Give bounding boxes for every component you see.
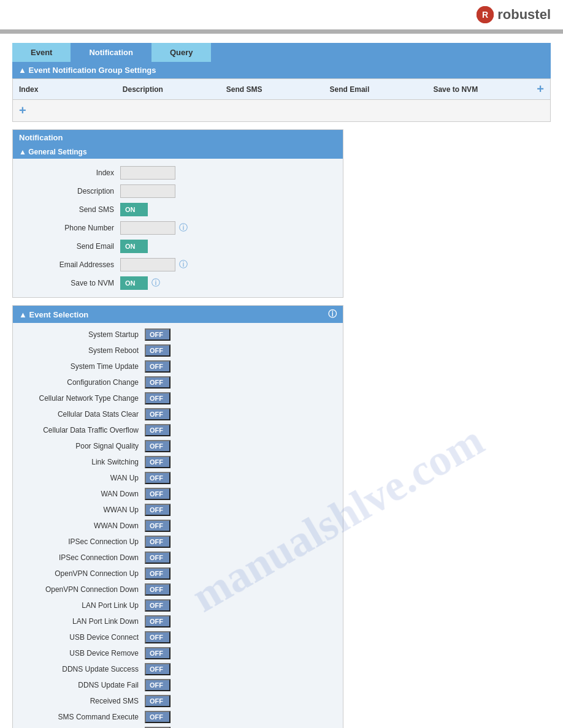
event-label-received_sms: Received SMS	[22, 697, 145, 705]
event-row-ddns_update_fail: DDNS Update FailOFF	[13, 677, 343, 693]
toggle-openvpn_connection_down[interactable]: OFF	[145, 583, 170, 596]
event-arrow: ▲	[19, 310, 27, 319]
event-row-wwan_up: WWAN UpOFF	[13, 502, 343, 518]
tab-query[interactable]: Query	[151, 43, 212, 62]
event-row-usb_device_connect: USB Device ConnectOFF	[13, 629, 343, 645]
event-label-sms_command_execute: SMS Command Execute	[22, 713, 145, 721]
input-email-addresses[interactable]	[120, 258, 175, 271]
field-index: Index	[13, 164, 343, 182]
toggle-system_reboot[interactable]: OFF	[145, 344, 170, 357]
toggle-cellular_data_traffic_overflow[interactable]: OFF	[145, 424, 170, 436]
notification-panel: Notification ▲ General Settings Index De…	[12, 129, 343, 298]
logo-icon: R	[477, 6, 494, 23]
toggle-send-sms[interactable]: ON	[120, 203, 148, 216]
tab-event[interactable]: Event	[12, 43, 71, 62]
table-header: Index Description Send SMS Send Email Sa…	[12, 78, 551, 100]
event-label-configuration_change: Configuration Change	[22, 378, 145, 387]
input-phone-number[interactable]	[120, 221, 175, 235]
label-send-sms: Send SMS	[22, 205, 120, 214]
label-email-addresses: Email Addresses	[22, 260, 120, 269]
logo: R robustel	[477, 6, 551, 23]
toggle-poor_signal_quality[interactable]: OFF	[145, 440, 170, 452]
event-row-received_sms: Received SMSOFF	[13, 693, 343, 709]
event-row-cellular_network_type_change: Cellular Network Type ChangeOFF	[13, 390, 343, 406]
toggle-cellular_network_type_change[interactable]: OFF	[145, 392, 170, 404]
toggle-received_sms[interactable]: OFF	[145, 695, 170, 707]
event-panel: ▲ Event Selection ⓘ System StartupOFFSys…	[12, 305, 343, 728]
toggle-usb_device_remove[interactable]: OFF	[145, 647, 170, 659]
toggle-system_time_update[interactable]: OFF	[145, 360, 170, 373]
add-plus-button[interactable]: +	[19, 104, 26, 117]
help-event-selection-icon[interactable]: ⓘ	[328, 309, 337, 320]
event-row-wan_up: WAN UpOFF	[13, 470, 343, 486]
toggle-ddns_update_success[interactable]: OFF	[145, 663, 170, 675]
toggle-lan_port_link_down[interactable]: OFF	[145, 615, 170, 628]
field-save-to-nvm: Save to NVM ON ⓘ	[13, 274, 343, 292]
top-header: R robustel	[0, 0, 563, 31]
event-row-system_startup: System StartupOFF	[13, 327, 343, 343]
toggle-ipsec_connection_down[interactable]: OFF	[145, 552, 170, 564]
event-label-openvpn_connection_up: OpenVPN Connection Up	[22, 569, 145, 578]
event-label-wan_down: WAN Down	[22, 490, 145, 498]
tab-bar: Event Notification Query	[12, 43, 551, 62]
event-label-lan_port_link_down: LAN Port Link Down	[22, 617, 145, 626]
col-send-sms: Send SMS	[226, 85, 330, 94]
event-row-cellular_data_traffic_overflow: Cellular Data Traffic OverflowOFF	[13, 422, 343, 438]
event-label-cellular_network_type_change: Cellular Network Type Change	[22, 394, 145, 403]
help-email-icon[interactable]: ⓘ	[179, 259, 188, 270]
tab-notification[interactable]: Notification	[71, 43, 151, 62]
input-index[interactable]	[120, 166, 175, 180]
event-row-wwan_down: WWAN DownOFF	[13, 518, 343, 534]
event-title: Event Selection	[29, 310, 89, 319]
event-row-poor_signal_quality: Poor Signal QualityOFF	[13, 438, 343, 454]
toggle-configuration_change[interactable]: OFF	[145, 376, 170, 389]
toggle-usb_device_connect[interactable]: OFF	[145, 631, 170, 643]
toggle-sms_command_execute[interactable]: OFF	[145, 711, 170, 723]
label-phone-number: Phone Number	[22, 224, 120, 232]
field-email-addresses: Email Addresses ⓘ	[13, 256, 343, 274]
label-description: Description	[22, 187, 120, 195]
toggle-wwan_down[interactable]: OFF	[145, 520, 170, 532]
toggle-cellular_data_stats_clear[interactable]: OFF	[145, 408, 170, 420]
event-label-ipsec_connection_up: IPSec Connection Up	[22, 537, 145, 546]
table-add-button[interactable]: +	[537, 82, 544, 96]
event-row-openvpn_connection_down: OpenVPN Connection DownOFF	[13, 582, 343, 597]
event-row-wan_down: WAN DownOFF	[13, 486, 343, 502]
event-label-wwan_down: WWAN Down	[22, 521, 145, 530]
col-description: Description	[123, 85, 226, 94]
event-group-section-header: ▲ Event Notification Group Settings	[12, 62, 551, 78]
toggle-wan_down[interactable]: OFF	[145, 488, 170, 500]
notification-title: Notification	[13, 130, 343, 145]
label-save-to-nvm: Save to NVM	[22, 279, 120, 287]
event-body: System StartupOFFSystem RebootOFFSystem …	[13, 323, 343, 728]
toggle-link_switching[interactable]: OFF	[145, 456, 170, 468]
event-label-ddns_update_success: DDNS Update Success	[22, 665, 145, 673]
event-row-di1_on: DI 1 ONOFF	[13, 725, 343, 728]
help-phone-number-icon[interactable]: ⓘ	[179, 222, 188, 233]
toggle-ipsec_connection_up[interactable]: OFF	[145, 536, 170, 548]
toggle-lan_port_link_up[interactable]: OFF	[145, 599, 170, 612]
add-row: +	[12, 100, 551, 122]
col-index: Index	[19, 85, 123, 94]
event-label-wwan_up: WWAN Up	[22, 506, 145, 514]
input-description[interactable]	[120, 184, 175, 198]
toggle-wwan_up[interactable]: OFF	[145, 504, 170, 516]
toggle-save-to-nvm[interactable]: ON	[120, 276, 148, 290]
toggle-send-email[interactable]: ON	[120, 240, 148, 253]
event-row-lan_port_link_down: LAN Port Link DownOFF	[13, 613, 343, 629]
event-header-title: ▲ Event Selection	[19, 310, 88, 319]
event-row-ipsec_connection_up: IPSec Connection UpOFF	[13, 534, 343, 550]
help-nvm-icon[interactable]: ⓘ	[151, 278, 160, 289]
event-label-lan_port_link_up: LAN Port Link Up	[22, 601, 145, 610]
label-send-email: Send Email	[22, 242, 120, 251]
toggle-ddns_update_fail[interactable]: OFF	[145, 679, 170, 691]
label-index: Index	[22, 169, 120, 177]
settings-body: Index Description Send SMS ON Phone Numb…	[13, 159, 343, 297]
toggle-wan_up[interactable]: OFF	[145, 472, 170, 484]
event-label-system_reboot: System Reboot	[22, 346, 145, 355]
col-save-to-nvm: Save to NVM	[433, 85, 537, 94]
toggle-system_startup[interactable]: OFF	[145, 328, 170, 341]
toggle-openvpn_connection_up[interactable]: OFF	[145, 567, 170, 580]
event-label-system_startup: System Startup	[22, 330, 145, 339]
event-row-link_switching: Link SwitchingOFF	[13, 454, 343, 470]
